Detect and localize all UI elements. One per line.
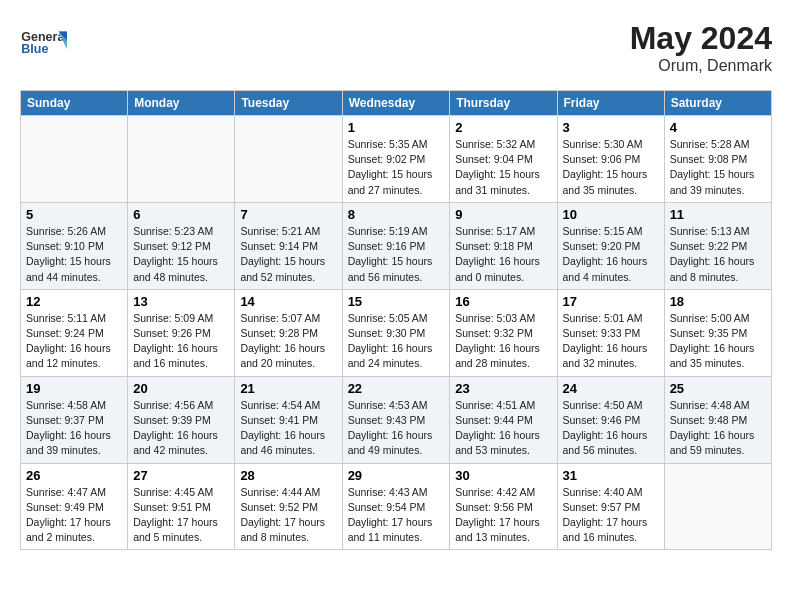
calendar-cell: 7Sunrise: 5:21 AMSunset: 9:14 PMDaylight… [235, 202, 342, 289]
calendar-cell: 10Sunrise: 5:15 AMSunset: 9:20 PMDayligh… [557, 202, 664, 289]
day-number: 27 [133, 468, 229, 483]
day-info: Sunrise: 5:19 AMSunset: 9:16 PMDaylight:… [348, 224, 445, 285]
day-number: 5 [26, 207, 122, 222]
calendar-cell: 23Sunrise: 4:51 AMSunset: 9:44 PMDayligh… [450, 376, 557, 463]
day-of-week-header: Wednesday [342, 91, 450, 116]
day-info: Sunrise: 4:58 AMSunset: 9:37 PMDaylight:… [26, 398, 122, 459]
day-number: 19 [26, 381, 122, 396]
calendar-cell: 26Sunrise: 4:47 AMSunset: 9:49 PMDayligh… [21, 463, 128, 550]
calendar-cell [128, 116, 235, 203]
calendar-week-row: 19Sunrise: 4:58 AMSunset: 9:37 PMDayligh… [21, 376, 772, 463]
day-info: Sunrise: 5:21 AMSunset: 9:14 PMDaylight:… [240, 224, 336, 285]
day-info: Sunrise: 5:05 AMSunset: 9:30 PMDaylight:… [348, 311, 445, 372]
calendar-week-row: 5Sunrise: 5:26 AMSunset: 9:10 PMDaylight… [21, 202, 772, 289]
day-number: 17 [563, 294, 659, 309]
calendar-header-row: SundayMondayTuesdayWednesdayThursdayFrid… [21, 91, 772, 116]
day-info: Sunrise: 5:13 AMSunset: 9:22 PMDaylight:… [670, 224, 766, 285]
day-info: Sunrise: 4:51 AMSunset: 9:44 PMDaylight:… [455, 398, 551, 459]
day-info: Sunrise: 4:43 AMSunset: 9:54 PMDaylight:… [348, 485, 445, 546]
calendar-cell: 12Sunrise: 5:11 AMSunset: 9:24 PMDayligh… [21, 289, 128, 376]
calendar-cell: 1Sunrise: 5:35 AMSunset: 9:02 PMDaylight… [342, 116, 450, 203]
calendar-cell: 16Sunrise: 5:03 AMSunset: 9:32 PMDayligh… [450, 289, 557, 376]
calendar-week-row: 12Sunrise: 5:11 AMSunset: 9:24 PMDayligh… [21, 289, 772, 376]
day-number: 3 [563, 120, 659, 135]
calendar-cell: 17Sunrise: 5:01 AMSunset: 9:33 PMDayligh… [557, 289, 664, 376]
day-info: Sunrise: 4:42 AMSunset: 9:56 PMDaylight:… [455, 485, 551, 546]
calendar-cell [21, 116, 128, 203]
day-number: 28 [240, 468, 336, 483]
day-number: 26 [26, 468, 122, 483]
calendar-cell: 14Sunrise: 5:07 AMSunset: 9:28 PMDayligh… [235, 289, 342, 376]
calendar-cell: 27Sunrise: 4:45 AMSunset: 9:51 PMDayligh… [128, 463, 235, 550]
calendar-week-row: 26Sunrise: 4:47 AMSunset: 9:49 PMDayligh… [21, 463, 772, 550]
day-number: 12 [26, 294, 122, 309]
day-info: Sunrise: 4:48 AMSunset: 9:48 PMDaylight:… [670, 398, 766, 459]
day-number: 2 [455, 120, 551, 135]
day-info: Sunrise: 4:45 AMSunset: 9:51 PMDaylight:… [133, 485, 229, 546]
calendar-table: SundayMondayTuesdayWednesdayThursdayFrid… [20, 90, 772, 550]
calendar-cell: 20Sunrise: 4:56 AMSunset: 9:39 PMDayligh… [128, 376, 235, 463]
day-info: Sunrise: 4:53 AMSunset: 9:43 PMDaylight:… [348, 398, 445, 459]
day-number: 1 [348, 120, 445, 135]
day-of-week-header: Saturday [664, 91, 771, 116]
day-of-week-header: Monday [128, 91, 235, 116]
calendar-cell: 6Sunrise: 5:23 AMSunset: 9:12 PMDaylight… [128, 202, 235, 289]
month-year-title: May 2024 [630, 20, 772, 57]
svg-text:Blue: Blue [21, 42, 48, 56]
day-of-week-header: Thursday [450, 91, 557, 116]
day-number: 7 [240, 207, 336, 222]
day-info: Sunrise: 5:03 AMSunset: 9:32 PMDaylight:… [455, 311, 551, 372]
day-info: Sunrise: 5:15 AMSunset: 9:20 PMDaylight:… [563, 224, 659, 285]
logo-icon: General Blue [20, 20, 70, 65]
day-info: Sunrise: 5:11 AMSunset: 9:24 PMDaylight:… [26, 311, 122, 372]
calendar-cell: 4Sunrise: 5:28 AMSunset: 9:08 PMDaylight… [664, 116, 771, 203]
day-info: Sunrise: 5:23 AMSunset: 9:12 PMDaylight:… [133, 224, 229, 285]
day-number: 6 [133, 207, 229, 222]
day-info: Sunrise: 5:09 AMSunset: 9:26 PMDaylight:… [133, 311, 229, 372]
day-number: 21 [240, 381, 336, 396]
day-number: 9 [455, 207, 551, 222]
day-info: Sunrise: 4:40 AMSunset: 9:57 PMDaylight:… [563, 485, 659, 546]
day-number: 29 [348, 468, 445, 483]
calendar-cell: 24Sunrise: 4:50 AMSunset: 9:46 PMDayligh… [557, 376, 664, 463]
calendar-cell: 5Sunrise: 5:26 AMSunset: 9:10 PMDaylight… [21, 202, 128, 289]
day-info: Sunrise: 5:17 AMSunset: 9:18 PMDaylight:… [455, 224, 551, 285]
day-number: 20 [133, 381, 229, 396]
day-info: Sunrise: 4:54 AMSunset: 9:41 PMDaylight:… [240, 398, 336, 459]
day-number: 13 [133, 294, 229, 309]
calendar-cell: 2Sunrise: 5:32 AMSunset: 9:04 PMDaylight… [450, 116, 557, 203]
calendar-cell: 8Sunrise: 5:19 AMSunset: 9:16 PMDaylight… [342, 202, 450, 289]
day-number: 24 [563, 381, 659, 396]
calendar-cell: 30Sunrise: 4:42 AMSunset: 9:56 PMDayligh… [450, 463, 557, 550]
day-number: 15 [348, 294, 445, 309]
day-info: Sunrise: 5:07 AMSunset: 9:28 PMDaylight:… [240, 311, 336, 372]
day-info: Sunrise: 4:50 AMSunset: 9:46 PMDaylight:… [563, 398, 659, 459]
day-info: Sunrise: 4:47 AMSunset: 9:49 PMDaylight:… [26, 485, 122, 546]
calendar-cell: 13Sunrise: 5:09 AMSunset: 9:26 PMDayligh… [128, 289, 235, 376]
calendar-cell: 11Sunrise: 5:13 AMSunset: 9:22 PMDayligh… [664, 202, 771, 289]
calendar-cell: 21Sunrise: 4:54 AMSunset: 9:41 PMDayligh… [235, 376, 342, 463]
day-number: 31 [563, 468, 659, 483]
calendar-cell: 25Sunrise: 4:48 AMSunset: 9:48 PMDayligh… [664, 376, 771, 463]
day-number: 4 [670, 120, 766, 135]
day-info: Sunrise: 4:56 AMSunset: 9:39 PMDaylight:… [133, 398, 229, 459]
day-info: Sunrise: 5:28 AMSunset: 9:08 PMDaylight:… [670, 137, 766, 198]
day-number: 22 [348, 381, 445, 396]
day-info: Sunrise: 5:35 AMSunset: 9:02 PMDaylight:… [348, 137, 445, 198]
day-of-week-header: Sunday [21, 91, 128, 116]
day-number: 10 [563, 207, 659, 222]
calendar-cell [664, 463, 771, 550]
calendar-cell: 22Sunrise: 4:53 AMSunset: 9:43 PMDayligh… [342, 376, 450, 463]
calendar-cell: 18Sunrise: 5:00 AMSunset: 9:35 PMDayligh… [664, 289, 771, 376]
day-number: 18 [670, 294, 766, 309]
calendar-cell: 3Sunrise: 5:30 AMSunset: 9:06 PMDaylight… [557, 116, 664, 203]
calendar-cell: 19Sunrise: 4:58 AMSunset: 9:37 PMDayligh… [21, 376, 128, 463]
day-info: Sunrise: 4:44 AMSunset: 9:52 PMDaylight:… [240, 485, 336, 546]
day-info: Sunrise: 5:01 AMSunset: 9:33 PMDaylight:… [563, 311, 659, 372]
calendar-cell: 15Sunrise: 5:05 AMSunset: 9:30 PMDayligh… [342, 289, 450, 376]
calendar-cell: 28Sunrise: 4:44 AMSunset: 9:52 PMDayligh… [235, 463, 342, 550]
day-info: Sunrise: 5:00 AMSunset: 9:35 PMDaylight:… [670, 311, 766, 372]
calendar-cell: 29Sunrise: 4:43 AMSunset: 9:54 PMDayligh… [342, 463, 450, 550]
day-of-week-header: Friday [557, 91, 664, 116]
calendar-cell: 31Sunrise: 4:40 AMSunset: 9:57 PMDayligh… [557, 463, 664, 550]
